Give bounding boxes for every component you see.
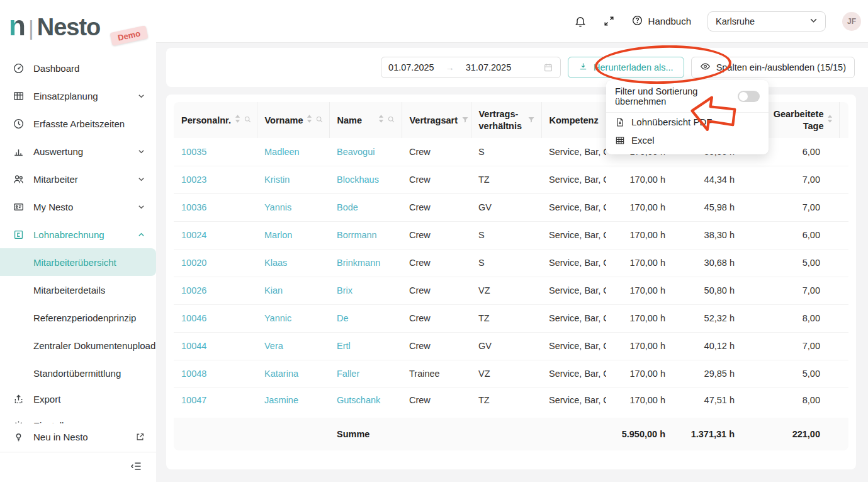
sollstunden-cell: 170,00 h bbox=[606, 332, 675, 360]
search-icon[interactable] bbox=[387, 115, 395, 125]
sidebar-item-dashboard[interactable]: Dashboard bbox=[0, 54, 156, 82]
sidebar-item-export[interactable]: Export bbox=[0, 386, 156, 412]
kompetenz-cell: Service, Bar, C... bbox=[541, 387, 606, 415]
personalnr-link[interactable]: 10047 bbox=[181, 395, 206, 405]
search-icon[interactable] bbox=[315, 115, 324, 125]
handbuch-label: Handbuch bbox=[648, 16, 691, 26]
chevron-down-icon bbox=[138, 148, 145, 155]
date-range-picker[interactable]: 01.07.2025 → 31.07.2025 bbox=[381, 57, 561, 78]
personalnr-link[interactable]: 10048 bbox=[181, 369, 206, 379]
name-link[interactable]: Ertl bbox=[337, 341, 351, 351]
name-link[interactable]: Bode bbox=[337, 202, 358, 212]
sidebar-subitem-mitarbeiterdetails[interactable]: Mitarbeiterdetails bbox=[0, 276, 156, 304]
vorname-link[interactable]: Madleen bbox=[264, 147, 300, 157]
personalnr-link[interactable]: 10035 bbox=[181, 147, 206, 157]
sidebar-item-label: Dashboard bbox=[33, 63, 79, 74]
sidebar-subitem-standortuebermittlung[interactable]: Standortübermittlung bbox=[0, 359, 156, 387]
personalnr-link[interactable]: 10046 bbox=[181, 313, 206, 323]
vorname-link[interactable]: Vera bbox=[264, 341, 283, 351]
sidebar-subitem-mitarbeiteruebersicht[interactable]: Mitarbeiterübersicht bbox=[0, 248, 156, 276]
location-select[interactable]: Karlsruhe bbox=[707, 11, 826, 32]
vertragsart-cell: Crew bbox=[402, 166, 471, 193]
pdf-file-icon bbox=[615, 117, 625, 127]
collapse-sidebar-icon[interactable] bbox=[130, 460, 142, 473]
name-link[interactable]: Borrmann bbox=[337, 230, 377, 240]
sort-icon[interactable] bbox=[378, 115, 384, 125]
vorname-link[interactable]: Katarina bbox=[264, 369, 298, 379]
sidebar-item-label: Mitarbeiter bbox=[33, 174, 78, 185]
vorname-link[interactable]: Yannis bbox=[264, 202, 291, 212]
logo[interactable]: n|Nesto Demo bbox=[0, 0, 156, 53]
name-link[interactable]: Brix bbox=[337, 285, 352, 296]
demo-badge: Demo bbox=[110, 25, 148, 46]
name-link[interactable]: Faller bbox=[337, 369, 359, 379]
column-header-vertragsart[interactable]: Vertragsart bbox=[402, 102, 471, 138]
avatar[interactable]: JF bbox=[842, 12, 861, 31]
sidebar-subitem-zentraler-dokumentenupload[interactable]: Zentraler Dokumentenupload bbox=[0, 331, 156, 359]
filter-icon[interactable] bbox=[461, 115, 469, 125]
menu-item-label: Lohnübersicht PDF bbox=[631, 117, 712, 127]
personalnr-link[interactable]: 10026 bbox=[181, 285, 206, 296]
table-row: 10044 Vera Ertl Crew GV Service, Bar, C.… bbox=[174, 332, 848, 360]
summary-sollstunden: 5.950,00 h bbox=[606, 415, 675, 450]
sort-icon[interactable] bbox=[235, 115, 240, 125]
name-link[interactable]: Beavogui bbox=[337, 147, 375, 157]
name-link[interactable]: Gutschank bbox=[337, 395, 380, 405]
search-icon[interactable] bbox=[244, 115, 252, 125]
name-link[interactable]: Blockhaus bbox=[337, 175, 379, 185]
filter-icon[interactable] bbox=[527, 115, 535, 125]
table-row: 10046 Yannic De Crew TZ Service, Bar, C.… bbox=[174, 304, 848, 332]
column-header-name[interactable]: Name bbox=[329, 102, 402, 138]
iststunden-cell: 40,12 h bbox=[675, 332, 745, 360]
sidebar-item-label: Neu in Nesto bbox=[33, 432, 88, 442]
column-header-vertragsverhaeltnis[interactable]: Vertrags-verhältnis bbox=[471, 102, 541, 138]
handbuch-link[interactable]: Handbuch bbox=[631, 14, 691, 28]
sidebar-item-neu-in-nesto[interactable]: Neu in Nesto bbox=[0, 425, 156, 449]
iststunden-cell: 38,30 h bbox=[675, 221, 745, 249]
sidebar-item-my-nesto[interactable]: My Nesto bbox=[0, 193, 156, 221]
sidebar-item-erfasste-arbeitszeiten[interactable]: Erfasste Arbeitszeiten bbox=[0, 110, 156, 137]
personalnr-link[interactable]: 10020 bbox=[181, 258, 206, 268]
vorname-link[interactable]: Klaas bbox=[264, 258, 287, 268]
vorname-link[interactable]: Jasmine bbox=[264, 395, 298, 405]
vertragsart-cell: Crew bbox=[402, 387, 471, 415]
toggle-columns-button[interactable]: Spalten ein-/ausblenden (15/15) bbox=[691, 57, 855, 78]
excel-grid-icon bbox=[615, 135, 625, 146]
name-link[interactable]: De bbox=[337, 313, 349, 323]
column-header-personalnr[interactable]: Personalnr. bbox=[174, 102, 257, 138]
bell-icon[interactable] bbox=[574, 15, 587, 28]
verhaeltnis-cell: GV bbox=[471, 332, 541, 360]
column-header-kompetenz[interactable]: Kompetenz bbox=[541, 102, 606, 138]
sort-icon[interactable] bbox=[307, 115, 312, 125]
personalnr-link[interactable]: 10036 bbox=[181, 202, 206, 212]
personalnr-link[interactable]: 10044 bbox=[181, 341, 206, 351]
sidebar-item-einsatzplanung[interactable]: Einsatzplanung bbox=[0, 82, 156, 110]
personalnr-link[interactable]: 10023 bbox=[181, 175, 206, 185]
vorname-link[interactable]: Kristin bbox=[264, 175, 290, 185]
sidebar-item-label: Lohnabrechnung bbox=[33, 229, 104, 240]
kompetenz-cell: Service, Bar, C... bbox=[541, 193, 606, 221]
name-link[interactable]: Brinkmann bbox=[337, 258, 380, 268]
download-as-button[interactable]: Herunterladen als... bbox=[568, 57, 684, 78]
personalnr-link[interactable]: 10024 bbox=[181, 230, 206, 240]
column-header-spacer bbox=[839, 102, 848, 138]
vorname-link[interactable]: Kian bbox=[264, 285, 283, 296]
arrow-right-icon: → bbox=[446, 62, 454, 72]
sidebar-subitem-label: Referenzperiodenprinzip bbox=[33, 313, 136, 323]
sidebar-subitem-referenzperiodenprinzip[interactable]: Referenzperiodenprinzip bbox=[0, 304, 156, 331]
fullscreen-icon[interactable] bbox=[603, 15, 615, 27]
menu-item-lohnuebersicht-pdf[interactable]: Lohnübersicht PDF bbox=[606, 113, 769, 131]
menu-item-excel[interactable]: Excel bbox=[606, 131, 769, 149]
sort-icon[interactable] bbox=[827, 115, 833, 125]
filter-sort-toggle[interactable] bbox=[738, 91, 760, 102]
bar-chart-icon bbox=[13, 146, 25, 158]
sidebar-item-mitarbeiter[interactable]: Mitarbeiter bbox=[0, 165, 156, 193]
vertragsart-cell: Crew bbox=[402, 221, 471, 249]
column-header-vorname[interactable]: Vorname bbox=[257, 102, 329, 138]
sidebar-item-auswertung[interactable]: Auswertung bbox=[0, 137, 156, 165]
sidebar-item-lohnabrechnung[interactable]: Lohnabrechnung bbox=[0, 221, 156, 248]
filter-sort-toggle-row: Filter und Sortierung übernehmen bbox=[606, 80, 769, 113]
tage-cell: 7,00 bbox=[745, 332, 839, 360]
vorname-link[interactable]: Yannic bbox=[264, 313, 291, 323]
vorname-link[interactable]: Marlon bbox=[264, 230, 292, 240]
